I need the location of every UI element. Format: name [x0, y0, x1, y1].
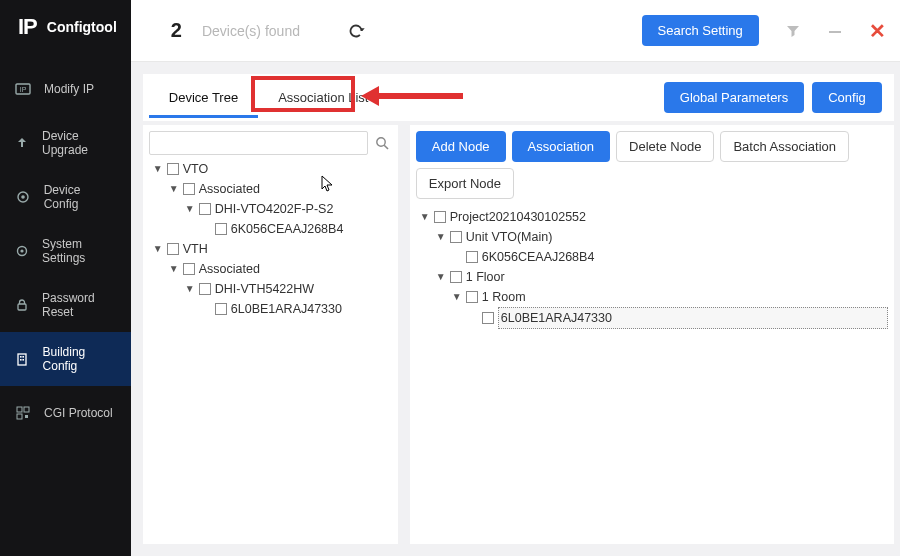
sidebar-item-label: Building Config [43, 345, 117, 373]
sidebar-item-label: CGI Protocol [44, 406, 113, 420]
filter-icon[interactable] [785, 23, 801, 39]
search-icon[interactable] [372, 133, 392, 153]
brand-title: Configtool [47, 19, 117, 35]
sidebar-item-device-config[interactable]: Device Config [0, 170, 131, 224]
svg-rect-9 [23, 356, 25, 358]
svg-rect-8 [20, 356, 22, 358]
svg-point-5 [20, 249, 23, 252]
sidebar-item-label: Password Reset [42, 291, 117, 319]
sidebar-item-password-reset[interactable]: Password Reset [0, 278, 131, 332]
svg-rect-11 [23, 359, 25, 361]
gear-icon [14, 242, 30, 260]
nav: IP Modify IP Device Upgrade Device Confi… [0, 62, 131, 440]
main: 2 Device(s) found Search Setting ✕ Devic… [131, 0, 900, 556]
association-tree[interactable]: ▼Project20210430102552 ▼Unit VTO(Main) 6… [410, 205, 894, 339]
tab-row: Device Tree Association List Global Para… [143, 74, 894, 121]
svg-rect-10 [20, 359, 22, 361]
tree-associated-2[interactable]: Associated [199, 259, 260, 279]
association-button[interactable]: Association [512, 131, 610, 162]
svg-line-18 [384, 145, 388, 149]
sidebar-item-building-config[interactable]: Building Config [0, 332, 131, 386]
sidebar-item-label: Modify IP [44, 82, 94, 96]
sidebar-item-modify-ip[interactable]: IP Modify IP [0, 62, 131, 116]
sidebar-item-label: Device Upgrade [42, 129, 117, 157]
tab-association-list[interactable]: Association List [258, 78, 388, 118]
content: Device Tree Association List Global Para… [131, 62, 900, 556]
tree-room[interactable]: 1 Room [482, 287, 526, 307]
global-parameters-button[interactable]: Global Parameters [664, 82, 804, 113]
sidebar: IP Configtool IP Modify IP Device Upgrad… [0, 0, 131, 556]
lock-icon [14, 296, 30, 314]
building-icon [14, 350, 31, 368]
search-setting-button[interactable]: Search Setting [642, 15, 759, 46]
tree-vth-sn[interactable]: 6L0BE1ARAJ47330 [231, 299, 342, 319]
svg-text:IP: IP [20, 86, 27, 93]
sidebar-item-system-settings[interactable]: System Settings [0, 224, 131, 278]
ip-icon: IP [14, 80, 32, 98]
tree-project[interactable]: Project20210430102552 [450, 207, 586, 227]
svg-rect-7 [18, 354, 26, 365]
close-icon[interactable]: ✕ [869, 19, 886, 43]
tree-vto-model[interactable]: DHI-VTO4202F-P-S2 [215, 199, 334, 219]
tree-vth-model[interactable]: DHI-VTH5422HW [215, 279, 314, 299]
svg-rect-6 [18, 304, 26, 310]
svg-point-17 [377, 138, 385, 146]
tab-device-tree[interactable]: Device Tree [149, 78, 258, 118]
svg-rect-12 [17, 407, 22, 412]
sidebar-item-label: System Settings [42, 237, 117, 265]
target-icon [14, 188, 32, 206]
refresh-icon[interactable] [342, 17, 370, 45]
tree-associated[interactable]: Associated [199, 179, 260, 199]
config-button[interactable]: Config [812, 82, 882, 113]
device-tree[interactable]: ▼VTO ▼Associated ▼DHI-VTO4202F-P-S2 6K05… [143, 157, 398, 329]
tree-room-sn[interactable]: 6L0BE1ARAJ47330 [498, 307, 888, 329]
sidebar-item-label: Device Config [44, 183, 117, 211]
topbar: 2 Device(s) found Search Setting ✕ [131, 0, 900, 62]
tree-unit-sn[interactable]: 6K056CEAAJ268B4 [482, 247, 595, 267]
svg-rect-15 [25, 415, 28, 418]
tree-vth[interactable]: VTH [183, 239, 208, 259]
tree-vto-sn[interactable]: 6K056CEAAJ268B4 [231, 219, 344, 239]
search-input[interactable] [149, 131, 368, 155]
svg-point-3 [21, 195, 25, 199]
left-panel: ▼VTO ▼Associated ▼DHI-VTO4202F-P-S2 6K05… [143, 125, 398, 544]
add-node-button[interactable]: Add Node [416, 131, 506, 162]
svg-rect-16 [829, 31, 841, 33]
tree-unit[interactable]: Unit VTO(Main) [466, 227, 553, 247]
device-count-label: Device(s) found [202, 23, 300, 39]
tree-floor[interactable]: 1 Floor [466, 267, 505, 287]
svg-rect-13 [24, 407, 29, 412]
upgrade-icon [14, 134, 30, 152]
brand-logo: IP [18, 14, 37, 40]
brand: IP Configtool [0, 0, 131, 56]
minimize-icon[interactable] [827, 23, 843, 39]
qr-icon [14, 404, 32, 422]
right-panel: Add Node Association Delete Node Batch A… [410, 125, 894, 544]
sidebar-item-cgi-protocol[interactable]: CGI Protocol [0, 386, 131, 440]
sidebar-item-device-upgrade[interactable]: Device Upgrade [0, 116, 131, 170]
export-node-button[interactable]: Export Node [416, 168, 514, 199]
device-count: 2 [171, 19, 182, 42]
svg-rect-14 [17, 414, 22, 419]
batch-association-button[interactable]: Batch Association [720, 131, 849, 162]
delete-node-button[interactable]: Delete Node [616, 131, 714, 162]
tree-vto[interactable]: VTO [183, 159, 208, 179]
